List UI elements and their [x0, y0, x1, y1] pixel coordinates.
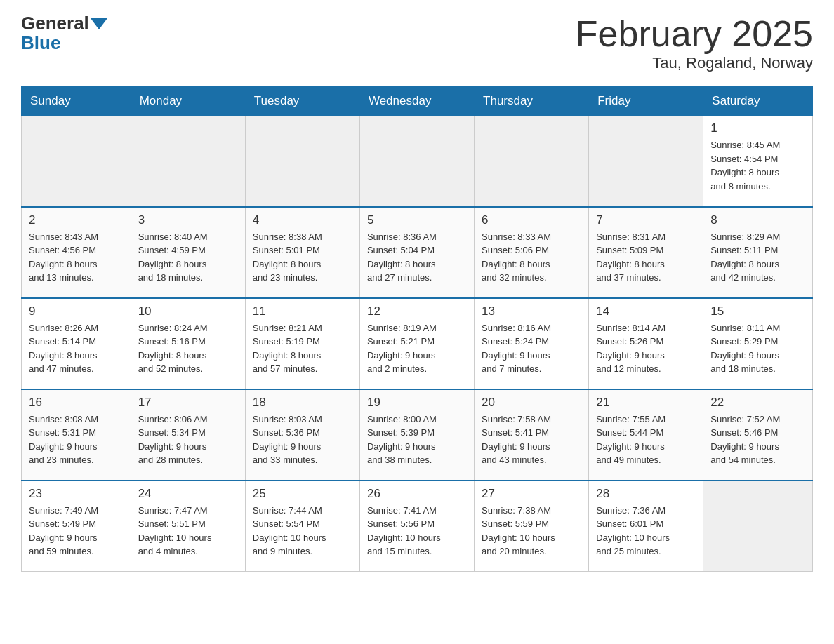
day-number: 23 — [29, 487, 124, 501]
calendar-cell — [22, 116, 131, 207]
day-number: 3 — [138, 213, 238, 227]
day-number: 7 — [596, 213, 696, 227]
logo: General Blue — [21, 14, 107, 54]
day-info: Sunrise: 8:14 AM Sunset: 5:26 PM Dayligh… — [596, 321, 696, 376]
weekday-header-tuesday: Tuesday — [245, 87, 359, 116]
calendar-cell: 22Sunrise: 7:52 AM Sunset: 5:46 PM Dayli… — [703, 389, 813, 481]
day-info: Sunrise: 8:03 AM Sunset: 5:36 PM Dayligh… — [253, 412, 352, 467]
calendar-cell — [589, 116, 703, 207]
calendar-cell: 2Sunrise: 8:43 AM Sunset: 4:56 PM Daylig… — [22, 207, 131, 298]
day-info: Sunrise: 8:16 AM Sunset: 5:24 PM Dayligh… — [482, 321, 581, 376]
day-info: Sunrise: 8:00 AM Sunset: 5:39 PM Dayligh… — [367, 412, 467, 467]
weekday-header-saturday: Saturday — [703, 87, 813, 116]
month-title: February 2025 — [576, 14, 813, 54]
day-number: 2 — [29, 213, 124, 227]
day-info: Sunrise: 8:45 AM Sunset: 4:54 PM Dayligh… — [710, 138, 805, 193]
day-number: 10 — [138, 304, 238, 318]
calendar-cell: 7Sunrise: 8:31 AM Sunset: 5:09 PM Daylig… — [589, 207, 703, 298]
calendar-cell: 16Sunrise: 8:08 AM Sunset: 5:31 PM Dayli… — [22, 389, 131, 481]
weekday-header-row: SundayMondayTuesdayWednesdayThursdayFrid… — [22, 87, 813, 116]
day-info: Sunrise: 7:58 AM Sunset: 5:41 PM Dayligh… — [482, 412, 581, 467]
calendar-week-row: 2Sunrise: 8:43 AM Sunset: 4:56 PM Daylig… — [22, 207, 813, 298]
day-number: 26 — [367, 487, 467, 501]
day-number: 28 — [596, 487, 696, 501]
calendar-cell: 10Sunrise: 8:24 AM Sunset: 5:16 PM Dayli… — [131, 298, 245, 389]
calendar-cell: 5Sunrise: 8:36 AM Sunset: 5:04 PM Daylig… — [359, 207, 474, 298]
day-number: 16 — [29, 396, 124, 410]
day-number: 4 — [253, 213, 352, 227]
calendar-cell: 21Sunrise: 7:55 AM Sunset: 5:44 PM Dayli… — [589, 389, 703, 481]
day-number: 18 — [253, 396, 352, 410]
calendar-cell: 24Sunrise: 7:47 AM Sunset: 5:51 PM Dayli… — [131, 481, 245, 572]
calendar-cell: 12Sunrise: 8:19 AM Sunset: 5:21 PM Dayli… — [359, 298, 474, 389]
logo-general-text: General — [21, 14, 89, 32]
weekday-header-thursday: Thursday — [475, 87, 589, 116]
day-info: Sunrise: 8:38 AM Sunset: 5:01 PM Dayligh… — [253, 230, 352, 285]
day-info: Sunrise: 8:40 AM Sunset: 4:59 PM Dayligh… — [138, 230, 238, 285]
day-info: Sunrise: 8:43 AM Sunset: 4:56 PM Dayligh… — [29, 230, 124, 285]
day-number: 12 — [367, 304, 467, 318]
calendar-cell — [475, 116, 589, 207]
calendar-week-row: 23Sunrise: 7:49 AM Sunset: 5:49 PM Dayli… — [22, 481, 813, 572]
day-info: Sunrise: 8:29 AM Sunset: 5:11 PM Dayligh… — [710, 230, 805, 285]
calendar-cell: 17Sunrise: 8:06 AM Sunset: 5:34 PM Dayli… — [131, 389, 245, 481]
calendar-cell: 15Sunrise: 8:11 AM Sunset: 5:29 PM Dayli… — [703, 298, 813, 389]
day-info: Sunrise: 7:52 AM Sunset: 5:46 PM Dayligh… — [710, 412, 805, 467]
day-number: 15 — [710, 304, 805, 318]
calendar-cell: 18Sunrise: 8:03 AM Sunset: 5:36 PM Dayli… — [245, 389, 359, 481]
calendar-cell — [245, 116, 359, 207]
day-info: Sunrise: 7:41 AM Sunset: 5:56 PM Dayligh… — [367, 504, 467, 558]
calendar-cell — [131, 116, 245, 207]
day-info: Sunrise: 7:36 AM Sunset: 6:01 PM Dayligh… — [596, 504, 696, 558]
day-number: 20 — [482, 396, 581, 410]
day-info: Sunrise: 7:44 AM Sunset: 5:54 PM Dayligh… — [253, 504, 352, 558]
day-info: Sunrise: 8:26 AM Sunset: 5:14 PM Dayligh… — [29, 321, 124, 376]
calendar-cell: 25Sunrise: 7:44 AM Sunset: 5:54 PM Dayli… — [245, 481, 359, 572]
calendar-cell: 23Sunrise: 7:49 AM Sunset: 5:49 PM Dayli… — [22, 481, 131, 572]
day-info: Sunrise: 8:33 AM Sunset: 5:06 PM Dayligh… — [482, 230, 581, 285]
day-info: Sunrise: 8:24 AM Sunset: 5:16 PM Dayligh… — [138, 321, 238, 376]
calendar-cell: 26Sunrise: 7:41 AM Sunset: 5:56 PM Dayli… — [359, 481, 474, 572]
calendar-cell: 1Sunrise: 8:45 AM Sunset: 4:54 PM Daylig… — [703, 116, 813, 207]
weekday-header-monday: Monday — [131, 87, 245, 116]
day-number: 19 — [367, 396, 467, 410]
calendar-week-row: 9Sunrise: 8:26 AM Sunset: 5:14 PM Daylig… — [22, 298, 813, 389]
calendar-cell — [703, 481, 813, 572]
day-number: 25 — [253, 487, 352, 501]
day-info: Sunrise: 8:11 AM Sunset: 5:29 PM Dayligh… — [710, 321, 805, 376]
calendar-week-row: 16Sunrise: 8:08 AM Sunset: 5:31 PM Dayli… — [22, 389, 813, 481]
calendar-cell: 4Sunrise: 8:38 AM Sunset: 5:01 PM Daylig… — [245, 207, 359, 298]
calendar-cell — [359, 116, 474, 207]
calendar-cell: 13Sunrise: 8:16 AM Sunset: 5:24 PM Dayli… — [475, 298, 589, 389]
day-info: Sunrise: 7:55 AM Sunset: 5:44 PM Dayligh… — [596, 412, 696, 467]
day-info: Sunrise: 8:06 AM Sunset: 5:34 PM Dayligh… — [138, 412, 238, 467]
day-number: 14 — [596, 304, 696, 318]
logo-arrow-icon — [91, 18, 107, 29]
day-info: Sunrise: 8:21 AM Sunset: 5:19 PM Dayligh… — [253, 321, 352, 376]
day-number: 11 — [253, 304, 352, 318]
calendar-cell: 9Sunrise: 8:26 AM Sunset: 5:14 PM Daylig… — [22, 298, 131, 389]
weekday-header-sunday: Sunday — [22, 87, 131, 116]
calendar-cell: 19Sunrise: 8:00 AM Sunset: 5:39 PM Dayli… — [359, 389, 474, 481]
day-info: Sunrise: 8:31 AM Sunset: 5:09 PM Dayligh… — [596, 230, 696, 285]
day-number: 1 — [710, 121, 805, 135]
title-section: February 2025 Tau, Rogaland, Norway — [576, 14, 813, 72]
calendar-cell: 28Sunrise: 7:36 AM Sunset: 6:01 PM Dayli… — [589, 481, 703, 572]
calendar-cell: 11Sunrise: 8:21 AM Sunset: 5:19 PM Dayli… — [245, 298, 359, 389]
weekday-header-friday: Friday — [589, 87, 703, 116]
calendar-cell: 3Sunrise: 8:40 AM Sunset: 4:59 PM Daylig… — [131, 207, 245, 298]
day-info: Sunrise: 7:49 AM Sunset: 5:49 PM Dayligh… — [29, 504, 124, 558]
weekday-header-wednesday: Wednesday — [359, 87, 474, 116]
calendar-cell: 20Sunrise: 7:58 AM Sunset: 5:41 PM Dayli… — [475, 389, 589, 481]
day-number: 21 — [596, 396, 696, 410]
day-info: Sunrise: 8:19 AM Sunset: 5:21 PM Dayligh… — [367, 321, 467, 376]
day-number: 17 — [138, 396, 238, 410]
page-header: General Blue February 2025 Tau, Rogaland… — [21, 14, 813, 72]
day-number: 9 — [29, 304, 124, 318]
location-title: Tau, Rogaland, Norway — [576, 54, 813, 72]
day-info: Sunrise: 8:36 AM Sunset: 5:04 PM Dayligh… — [367, 230, 467, 285]
calendar-week-row: 1Sunrise: 8:45 AM Sunset: 4:54 PM Daylig… — [22, 116, 813, 207]
calendar-cell: 8Sunrise: 8:29 AM Sunset: 5:11 PM Daylig… — [703, 207, 813, 298]
calendar-cell: 27Sunrise: 7:38 AM Sunset: 5:59 PM Dayli… — [475, 481, 589, 572]
day-number: 27 — [482, 487, 581, 501]
